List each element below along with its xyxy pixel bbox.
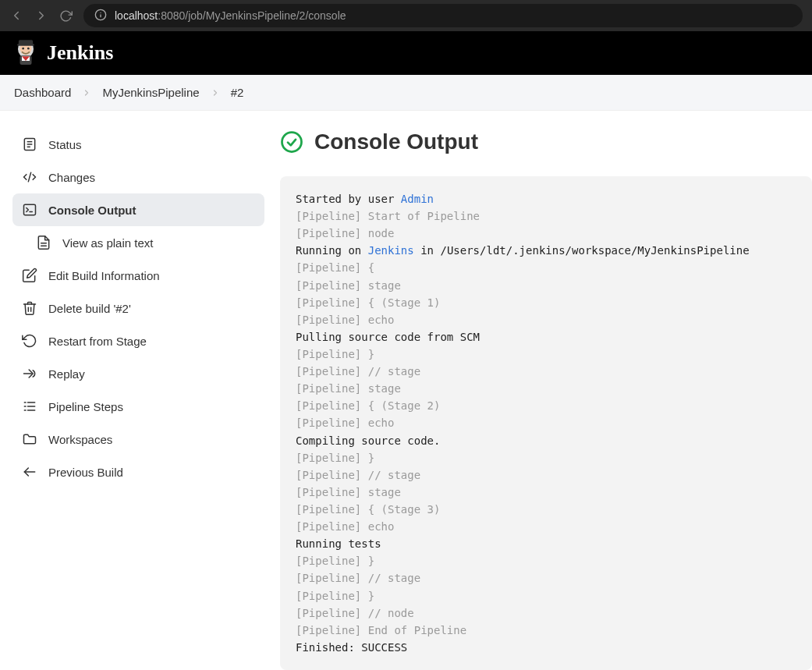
changes-icon (22, 169, 37, 185)
console-line: [Pipeline] Start of Pipeline (296, 207, 796, 225)
svg-rect-6 (17, 44, 34, 46)
console-line: [Pipeline] node (296, 225, 796, 242)
folder-icon (22, 431, 37, 447)
sidebar-item[interactable]: Pipeline Steps (12, 390, 264, 423)
console-line: Pulling source code from SCM (296, 328, 796, 346)
console-output: Started by user Admin[Pipeline] Start of… (280, 176, 812, 670)
jenkins-header: Jenkins (0, 31, 812, 75)
breadcrumb: DashboardMyJenkinsPipeline#2 (0, 75, 812, 111)
browser-forward-icon[interactable] (34, 9, 48, 23)
browser-reload-icon[interactable] (59, 9, 73, 23)
console-line: Running on Jenkins in /Users/ldt/.jenkin… (296, 242, 796, 259)
console-line: [Pipeline] stage (296, 380, 796, 397)
info-icon (94, 9, 107, 23)
console-line: [Pipeline] echo (296, 311, 796, 328)
sidebar-item[interactable]: Previous Build (12, 456, 264, 488)
sidebar-item[interactable]: Changes (12, 161, 264, 193)
sidebar-item[interactable]: Replay (12, 357, 264, 390)
console-line: [Pipeline] End of Pipeline (296, 622, 796, 639)
jenkins-mascot-icon (12, 37, 39, 69)
console-line: Finished: SUCCESS (296, 639, 796, 656)
console-line: [Pipeline] } (296, 552, 796, 569)
sidebar-item[interactable]: View as plain text (12, 226, 264, 259)
console-link[interactable]: Admin (401, 193, 434, 205)
jenkins-logo-text: Jenkins (47, 41, 113, 65)
console-link[interactable]: Jenkins (368, 244, 414, 257)
document-icon (36, 235, 51, 250)
sidebar-item-label: Restart from Stage (48, 335, 147, 348)
sidebar-item[interactable]: Delete build '#2' (12, 292, 264, 324)
console-line: [Pipeline] } (296, 346, 796, 363)
sidebar-item-label: Previous Build (48, 466, 123, 479)
page-title: Console Output (314, 129, 478, 154)
console-line: [Pipeline] stage (296, 277, 796, 294)
sidebar-item[interactable]: Status (12, 128, 264, 161)
svg-rect-16 (24, 204, 36, 214)
console-line: [Pipeline] { (Stage 1) (296, 294, 796, 311)
sidebar-item[interactable]: Restart from Stage (12, 324, 264, 357)
chevron-right-icon (211, 88, 220, 97)
sidebar-item-label: Changes (48, 171, 95, 184)
chevron-right-icon (82, 88, 91, 97)
arrow-left-icon (22, 464, 37, 480)
console-line: Compiling source code. (296, 432, 796, 449)
console-line: [Pipeline] } (296, 587, 796, 604)
sidebar-item-label: Edit Build Information (48, 269, 160, 282)
restart-icon (22, 333, 37, 349)
svg-point-8 (27, 48, 30, 50)
trash-icon (22, 300, 37, 316)
console-line: [Pipeline] echo (296, 518, 796, 535)
breadcrumb-item[interactable]: Dashboard (14, 86, 71, 99)
steps-icon (22, 399, 37, 414)
jenkins-logo[interactable]: Jenkins (12, 37, 113, 69)
sidebar-item-label: Replay (48, 367, 85, 381)
console-line: [Pipeline] // stage (296, 466, 796, 484)
sidebar-item[interactable]: Workspaces (12, 423, 264, 456)
console-line: [Pipeline] // node (296, 604, 796, 622)
console-line: Started by user Admin (296, 190, 796, 207)
sidebar-item[interactable]: Console Output (12, 193, 264, 226)
sidebar-item-label: Console Output (48, 204, 137, 217)
url-text: localhost:8080/job/MyJenkinsPipeline/2/c… (115, 9, 346, 22)
breadcrumb-item[interactable]: #2 (231, 86, 244, 99)
edit-icon (22, 268, 37, 283)
svg-point-7 (22, 48, 24, 50)
sidebar-item-label: Status (48, 138, 82, 151)
console-line: [Pipeline] { (Stage 2) (296, 397, 796, 414)
console-line: [Pipeline] } (296, 449, 796, 466)
console-line: [Pipeline] stage (296, 484, 796, 501)
browser-url-bar[interactable]: localhost:8080/job/MyJenkinsPipeline/2/c… (83, 4, 803, 27)
sidebar-item-label: Workspaces (48, 433, 112, 446)
console-line: [Pipeline] echo (296, 414, 796, 431)
browser-toolbar: localhost:8080/job/MyJenkinsPipeline/2/c… (0, 0, 812, 31)
svg-point-27 (282, 133, 302, 152)
console-line: Running tests (296, 535, 796, 552)
sidebar-item-label: Delete build '#2' (48, 302, 131, 315)
sidebar: StatusChangesConsole OutputView as plain… (0, 111, 277, 670)
console-line: [Pipeline] // stage (296, 569, 796, 587)
console-line: [Pipeline] // stage (296, 363, 796, 380)
svg-line-15 (28, 172, 30, 182)
sidebar-item-label: Pipeline Steps (48, 400, 123, 413)
breadcrumb-item[interactable]: MyJenkinsPipeline (102, 86, 199, 99)
success-check-icon (280, 130, 303, 154)
browser-back-icon[interactable] (9, 9, 23, 23)
console-line: [Pipeline] { (296, 259, 796, 276)
replay-icon (22, 366, 37, 381)
console-line: [Pipeline] { (Stage 3) (296, 501, 796, 518)
sidebar-item-label: View as plain text (62, 236, 153, 250)
main-content: Console Output Started by user Admin[Pip… (277, 111, 812, 670)
console-icon (22, 202, 37, 218)
status-icon (22, 136, 37, 152)
sidebar-item[interactable]: Edit Build Information (12, 259, 264, 292)
